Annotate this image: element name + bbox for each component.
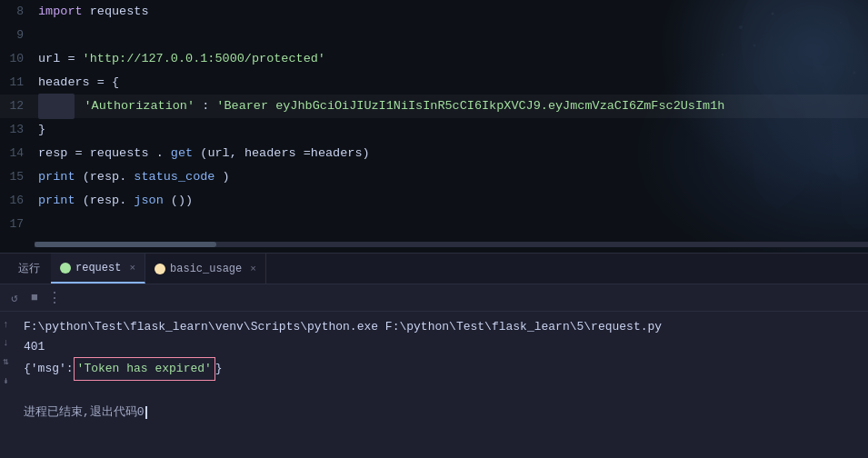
code-line-17: 17 — [0, 213, 868, 236]
line-number-8: 8 — [0, 0, 35, 24]
tab-request[interactable]: request × — [51, 254, 145, 284]
tab-icon-basic-usage — [155, 264, 165, 274]
scroll-end-indicator[interactable]: ⇅ — [3, 355, 9, 367]
line-number-12: 12 — [0, 95, 35, 118]
scroll-bottom-indicator[interactable]: ↡ — [3, 374, 9, 386]
terminal-controls: ↺ ■ ⋮ — [0, 284, 868, 312]
output-line-json: {'msg': 'Token has expired' } — [24, 357, 861, 381]
line-number-10: 10 — [0, 47, 35, 71]
tab-label-basic-usage: basic_usage — [170, 263, 242, 275]
code-line-9: 9 — [0, 24, 868, 47]
scroll-up-indicator[interactable]: ↑ — [3, 319, 9, 330]
tab-bar: 运行 request × basic_usage × — [0, 254, 868, 284]
tab-label-request: request — [75, 262, 121, 274]
output-line-empty — [24, 381, 861, 401]
line-number-13: 13 — [0, 118, 35, 142]
tab-close-request[interactable]: × — [129, 263, 135, 274]
app-container: 8 import requests 9 10 url = 'http://127… — [0, 0, 868, 458]
tab-icon-request — [60, 263, 71, 274]
more-options-button[interactable]: ⋮ — [47, 289, 63, 307]
keyword-import: import — [38, 5, 83, 18]
run-label: 运行 — [7, 254, 51, 284]
restart-button[interactable]: ↺ — [7, 291, 22, 305]
json-prefix: {'msg': — [24, 359, 74, 379]
output-line-path: F:\python\Test\flask_learn\venv\Scripts\… — [24, 317, 861, 337]
indent-marker — [38, 94, 75, 119]
editor-scrollbar-thumb[interactable] — [35, 242, 216, 247]
terminal-panel: 运行 request × basic_usage × ↺ ■ ⋮ ↑ ↓ — [0, 253, 868, 458]
output-content: F:\python\Test\flask_learn\venv\Scripts\… — [13, 317, 861, 423]
output-line-status: 401 — [24, 337, 861, 357]
line-number-17: 17 — [0, 213, 35, 236]
editor-scrollbar[interactable] — [35, 242, 868, 247]
line-number-9: 9 — [0, 24, 35, 47]
code-editor: 8 import requests 9 10 url = 'http://127… — [0, 0, 868, 253]
exit-text: 进程已结束,退出代码 — [24, 405, 137, 419]
json-suffix: } — [215, 359, 223, 379]
code-line-11: 11 headers = { — [0, 71, 868, 95]
tab-close-basic-usage[interactable]: × — [250, 264, 256, 274]
code-line-13: 13 } — [0, 118, 868, 142]
scroll-indicators: ↑ ↓ ⇅ ↡ — [0, 319, 12, 386]
line-number-11: 11 — [0, 71, 35, 95]
code-content: 8 import requests 9 10 url = 'http://127… — [0, 0, 868, 236]
line-number-15: 15 — [0, 165, 35, 189]
line-number-14: 14 — [0, 142, 35, 165]
code-line-8: 8 import requests — [0, 0, 868, 24]
code-line-14: 14 resp = requests . get (url, headers =… — [0, 142, 868, 165]
code-line-10: 10 url = 'http://127.0.0.1:5000/protecte… — [0, 47, 868, 71]
stop-button[interactable]: ■ — [27, 291, 42, 305]
code-line-12: 12 'Authorization' : 'Bearer eyJhbGciOiJ… — [0, 95, 868, 118]
code-line-15: 15 print (resp. status_code ) — [0, 165, 868, 189]
token-expired-value: 'Token has expired' — [74, 357, 215, 381]
cursor-caret — [145, 406, 147, 419]
line-content-8: import requests — [35, 0, 149, 24]
exit-code: 0 — [137, 405, 145, 419]
terminal-output: ↑ ↓ ⇅ ↡ F:\python\Test\flask_learn\venv\… — [0, 312, 868, 458]
line-number-16: 16 — [0, 189, 35, 213]
tab-basic-usage[interactable]: basic_usage × — [145, 254, 266, 284]
scroll-down-indicator[interactable]: ↓ — [3, 337, 9, 348]
output-line-exit: 进程已结束,退出代码0 — [24, 403, 861, 423]
code-line-16: 16 print (resp. json ()) — [0, 189, 868, 213]
